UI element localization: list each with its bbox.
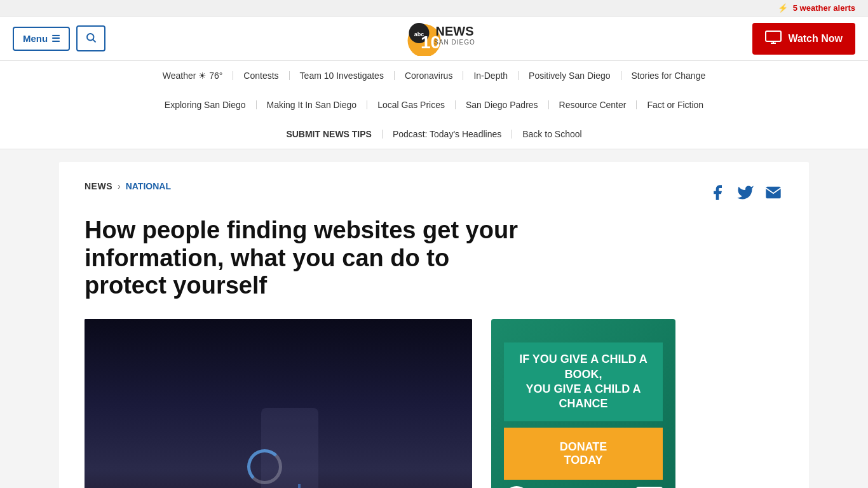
nav-gas[interactable]: Local Gas Prices [367, 97, 455, 113]
ad-block[interactable]: IF YOU GIVE A CHILD A BOOK, YOU GIVE A C… [491, 319, 675, 488]
tv-icon [765, 30, 782, 47]
svg-text:SAN DIEGO: SAN DIEGO [434, 39, 475, 46]
nav-resource[interactable]: Resource Center [549, 97, 637, 113]
breadcrumb-chevron: › [118, 181, 121, 191]
nav-stories[interactable]: Stories for Change [621, 67, 716, 84]
ad-donate-button[interactable]: DONATE TODAY [504, 428, 663, 480]
nav-submit-tips[interactable]: SUBMIT NEWS TIPS [276, 126, 382, 142]
header-left: Menu ☰ [13, 25, 105, 51]
email-share-button[interactable] [763, 182, 783, 203]
facebook-share-button[interactable] [707, 182, 728, 203]
lightning-icon: ⚡ [778, 3, 788, 13]
article-card: NEWS › NATIONAL [59, 162, 809, 488]
navigation: Weather ☀ 76° Contests Team 10 Investiga… [0, 61, 868, 149]
nav-fact[interactable]: Fact or Fiction [637, 97, 714, 113]
nav-team10[interactable]: Team 10 Investigates [290, 67, 394, 84]
hamburger-icon: ☰ [51, 33, 60, 44]
breadcrumb-news[interactable]: NEWS [85, 181, 112, 191]
nav-padres[interactable]: San Diego Padres [456, 97, 548, 113]
nav-row-3: SUBMIT NEWS TIPS Podcast: Today's Headli… [0, 119, 868, 149]
watch-now-button[interactable]: Watch Now [752, 23, 855, 55]
logo[interactable]: abc 10 NEWS SAN DIEGO [391, 19, 477, 58]
menu-label: Menu [23, 33, 48, 44]
nav-making[interactable]: Making It In San Diego [257, 97, 367, 113]
nav-contests[interactable]: Contests [233, 67, 288, 84]
alert-text: 5 weather alerts [793, 3, 855, 13]
nav-row-1: Weather ☀ 76° Contests Team 10 Investiga… [0, 61, 868, 90]
nav-backtoschool[interactable]: Back to School [512, 126, 592, 142]
breadcrumb-national[interactable]: NATIONAL [126, 181, 171, 191]
search-button[interactable] [76, 25, 105, 51]
ad-line1: IF YOU GIVE A CHILD A BOOK, [519, 353, 648, 380]
nav-indepth[interactable]: In-Depth [463, 67, 518, 84]
svg-text:NEWS: NEWS [436, 24, 474, 38]
video-thumbnail[interactable] [85, 319, 472, 488]
ad-donate-sub: TODAY [510, 454, 656, 467]
twitter-share-button[interactable] [735, 182, 756, 203]
ad-line2: YOU GIVE A CHILD A CHANCE [526, 383, 641, 410]
alert-bar[interactable]: ⚡ 5 weather alerts [0, 0, 868, 17]
watch-now-label: Watch Now [788, 33, 843, 44]
nav-weather[interactable]: Weather ☀ 76° [153, 67, 233, 84]
content-wrapper: NEWS › NATIONAL [46, 162, 822, 488]
svg-rect-8 [766, 31, 781, 41]
loading-spinner [247, 449, 282, 484]
nav-exploring[interactable]: Exploring San Diego [154, 97, 256, 113]
header: Menu ☰ abc 10 NEWS SAN DIEGO [0, 17, 868, 61]
nav-positively[interactable]: Positively San Diego [519, 67, 620, 84]
svg-point-0 [87, 34, 94, 41]
nav-coronavirus[interactable]: Coronavirus [395, 67, 463, 84]
svg-line-1 [93, 39, 96, 42]
ad-headline: IF YOU GIVE A CHILD A BOOK, YOU GIVE A C… [504, 342, 663, 421]
search-icon [85, 32, 97, 45]
ad-donate-label: DONATE [510, 440, 656, 454]
video-line [298, 484, 301, 488]
breadcrumb: NEWS › NATIONAL [85, 181, 171, 191]
menu-button[interactable]: Menu ☰ [13, 27, 70, 51]
article-sidebar: IF YOU GIVE A CHILD A BOOK, YOU GIVE A C… [491, 319, 675, 488]
article-media [85, 319, 472, 488]
article-body-row: IF YOU GIVE A CHILD A BOOK, YOU GIVE A C… [85, 319, 783, 488]
breadcrumb-row: NEWS › NATIONAL [85, 181, 783, 204]
social-share [707, 182, 783, 203]
nav-podcast[interactable]: Podcast: Today's Headlines [383, 126, 512, 142]
article-title: How people finding websites get your inf… [85, 217, 529, 300]
nav-row-2: Exploring San Diego Making It In San Die… [0, 90, 868, 119]
